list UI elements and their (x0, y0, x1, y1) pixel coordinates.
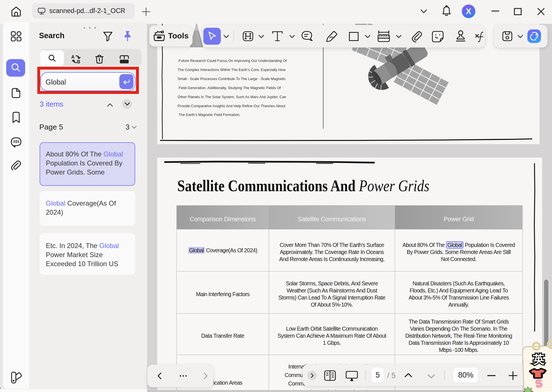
svg-text:B: B (77, 59, 80, 64)
svg-text:A: A (71, 55, 75, 59)
